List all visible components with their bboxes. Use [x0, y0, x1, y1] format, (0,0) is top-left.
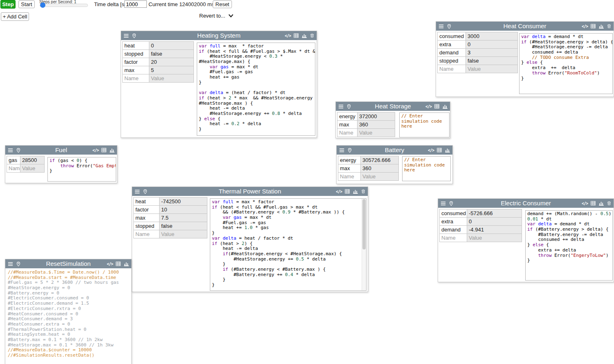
delete-icon[interactable]: [607, 23, 612, 29]
variable-name-cell[interactable]: extra: [437, 40, 466, 49]
pin-icon[interactable]: [16, 261, 21, 267]
chart-view-icon[interactable]: [301, 33, 307, 38]
menu-icon[interactable]: [7, 147, 13, 153]
code-editor[interactable]: var full = max * factorif (heat < full &…: [210, 198, 367, 291]
table-view-icon[interactable]: [293, 33, 299, 38]
variable-value-cell[interactable]: 0: [149, 41, 194, 50]
variable-name-cell[interactable]: Name: [122, 74, 149, 83]
variable-value-cell[interactable]: 28500: [20, 156, 45, 164]
variable-name-cell[interactable]: gas: [7, 156, 20, 164]
variable-name-cell[interactable]: max: [338, 164, 361, 173]
variable-name-cell[interactable]: energy: [338, 156, 361, 164]
variable-value-cell[interactable]: 372000: [357, 112, 395, 121]
table-view-icon[interactable]: [590, 200, 596, 206]
variable-name-cell[interactable]: Name: [133, 230, 160, 238]
pin-icon[interactable]: [347, 148, 352, 153]
variable-value-cell[interactable]: -742500: [159, 197, 207, 206]
menu-icon[interactable]: [134, 189, 140, 195]
pin-icon[interactable]: [346, 104, 351, 109]
menu-icon[interactable]: [123, 33, 129, 39]
variable-name-cell[interactable]: max: [122, 66, 149, 74]
variable-value-cell[interactable]: Value: [20, 164, 45, 173]
variable-value-cell[interactable]: false: [149, 49, 194, 58]
table-view-icon[interactable]: [436, 147, 442, 153]
variable-value-cell[interactable]: 3000: [466, 32, 518, 40]
variable-value-cell[interactable]: 0: [467, 217, 522, 226]
code-view-icon[interactable]: </>: [582, 201, 588, 206]
variable-value-cell[interactable]: Value: [466, 65, 518, 73]
variable-value-cell[interactable]: 0: [466, 40, 518, 49]
variable-name-cell[interactable]: heat: [133, 197, 160, 206]
variable-value-cell[interactable]: false: [159, 222, 207, 230]
delete-icon[interactable]: [310, 33, 315, 38]
menu-icon[interactable]: [338, 103, 344, 110]
delete-icon[interactable]: [607, 200, 612, 206]
variable-name-cell[interactable]: extra: [439, 217, 467, 226]
code-editor[interactable]: // Entersimulation codehere: [399, 112, 450, 137]
code-view-icon[interactable]: </>: [285, 34, 291, 38]
variable-name-cell[interactable]: demand: [439, 225, 467, 234]
code-editor[interactable]: demand += (Math.random() - 0.5) *0.01 * …: [525, 210, 613, 281]
variable-name-cell[interactable]: Name: [337, 128, 358, 137]
variable-value-cell[interactable]: false: [466, 56, 518, 65]
variable-value-cell[interactable]: 360: [357, 120, 395, 129]
menu-icon[interactable]: [7, 261, 13, 267]
variable-value-cell[interactable]: 20: [149, 58, 194, 66]
scrollbar[interactable]: [362, 199, 366, 290]
variable-name-cell[interactable]: consumed: [437, 32, 466, 40]
table-view-icon[interactable]: [590, 23, 596, 29]
variable-value-cell[interactable]: 305726.666: [360, 156, 399, 164]
code-view-icon[interactable]: </>: [92, 148, 99, 153]
delete-icon[interactable]: [361, 189, 366, 194]
table-view-icon[interactable]: [344, 189, 350, 194]
pin-icon[interactable]: [449, 201, 454, 206]
variable-value-cell[interactable]: 360: [360, 164, 399, 173]
variable-name-cell[interactable]: demand: [437, 48, 466, 57]
variable-name-cell[interactable]: stopped: [133, 222, 160, 230]
code-editor[interactable]: var delta = demand * dtif (#HeatStorage.…: [519, 33, 613, 94]
variable-value-cell[interactable]: 3: [466, 48, 518, 57]
scrollbar-thumb[interactable]: [362, 199, 366, 249]
variable-name-cell[interactable]: factor: [133, 205, 160, 214]
variable-name-cell[interactable]: Name: [439, 234, 467, 242]
variable-name-cell[interactable]: consumed: [439, 209, 467, 218]
variable-name-cell[interactable]: Name: [338, 172, 361, 181]
code-editor[interactable]: // Entersimulation codehere: [402, 156, 451, 181]
code-editor[interactable]: if (gas < 0) { throw Error("Gas Empty")}: [47, 157, 116, 182]
table-view-icon[interactable]: [434, 103, 440, 109]
chart-view-icon[interactable]: [442, 103, 448, 109]
chart-view-icon[interactable]: [445, 147, 450, 153]
variable-value-cell[interactable]: -4.941: [467, 225, 522, 234]
variable-value-cell[interactable]: 5: [149, 66, 194, 74]
variable-value-cell[interactable]: Value: [159, 230, 207, 238]
code-view-icon[interactable]: </>: [336, 189, 342, 194]
code-view-icon[interactable]: </>: [582, 24, 588, 29]
chart-view-icon[interactable]: [124, 261, 129, 267]
variable-value-cell[interactable]: -5726.666: [467, 209, 522, 218]
table-view-icon[interactable]: [101, 147, 107, 153]
variable-value-cell[interactable]: 10: [159, 205, 207, 214]
variable-name-cell[interactable]: max: [133, 213, 160, 222]
code-view-icon[interactable]: </>: [107, 262, 113, 266]
pin-icon[interactable]: [143, 189, 148, 194]
code-view-icon[interactable]: </>: [425, 104, 432, 109]
variable-name-cell[interactable]: energy: [337, 112, 358, 121]
variable-name-cell[interactable]: Name: [7, 164, 20, 173]
variable-value-cell[interactable]: Value: [357, 128, 395, 137]
variable-value-cell[interactable]: Value: [467, 234, 522, 242]
variable-name-cell[interactable]: factor: [122, 58, 149, 66]
table-view-icon[interactable]: [115, 261, 121, 267]
variable-name-cell[interactable]: Name: [437, 65, 466, 73]
pin-icon[interactable]: [132, 33, 137, 38]
pin-icon[interactable]: [16, 148, 21, 153]
chart-view-icon[interactable]: [353, 189, 358, 194]
variable-name-cell[interactable]: heat: [122, 41, 149, 50]
chart-view-icon[interactable]: [598, 23, 604, 29]
pin-icon[interactable]: [447, 24, 452, 29]
variable-name-cell[interactable]: max: [337, 120, 358, 129]
variable-name-cell[interactable]: stopped: [437, 56, 466, 65]
variable-name-cell[interactable]: stopped: [122, 49, 149, 58]
menu-icon[interactable]: [440, 200, 446, 207]
code-editor[interactable]: //#MeasureData.$.Time = Date.now() / 100…: [6, 269, 131, 364]
chart-view-icon[interactable]: [598, 200, 604, 206]
